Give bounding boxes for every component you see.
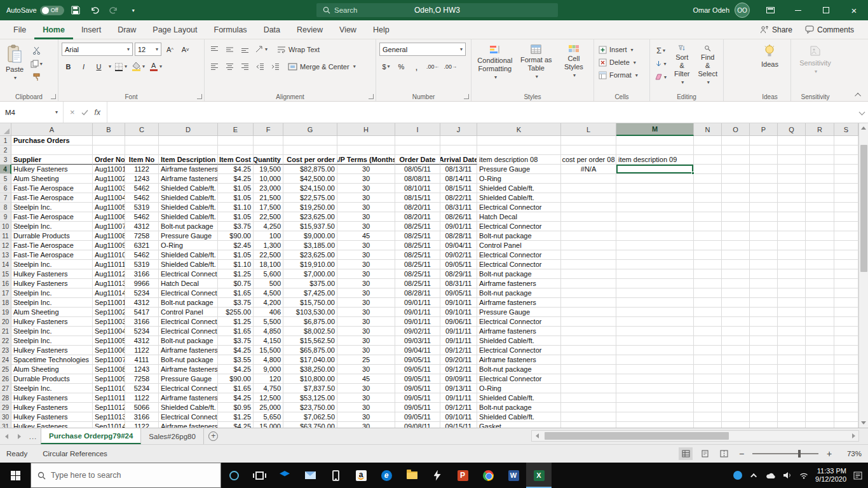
cancel-icon[interactable]: × [70,107,75,117]
cell-D1[interactable] [159,136,218,146]
cell-C6[interactable]: 5462 [125,184,159,193]
cell-C5[interactable]: 1243 [125,174,159,184]
row-header-24[interactable]: 24 [0,355,11,365]
cell-K27[interactable]: O-Ring [477,384,561,393]
cell-A9[interactable]: Fast-Tie Aerospace [11,212,93,222]
speaker-icon[interactable] [782,471,792,479]
cell-E3[interactable]: Item Cost [218,155,254,165]
cell-S20[interactable] [834,317,858,327]
column-header-L[interactable]: L [561,123,616,136]
cell-L15[interactable] [561,269,616,279]
cell-A24[interactable]: Spacetime Technologies [11,355,93,365]
onedrive-icon[interactable] [766,472,776,479]
cell-I28[interactable]: 09/05/11 [395,393,440,403]
cell-H19[interactable]: 30 [337,308,395,317]
cell-I5[interactable]: 08/08/11 [395,174,440,184]
row-header-16[interactable]: 16 [0,279,11,288]
cell-M18[interactable] [616,298,694,308]
row-header-4[interactable]: 4 [0,165,11,174]
cell-C19[interactable]: 5417 [125,308,159,317]
column-header-E[interactable]: E [218,123,254,136]
cell-P17[interactable] [750,288,778,298]
cell-H3[interactable]: A/P Terms (Months) [337,155,395,165]
cell-J31[interactable]: 09/15/11 [440,422,477,428]
row-header-6[interactable]: 6 [0,184,11,193]
amazon-icon[interactable]: a [348,463,374,488]
cell-Q11[interactable] [778,231,806,241]
row-header-5[interactable]: 5 [0,174,11,184]
cell-K28[interactable]: Shielded Cable/ft. [477,393,561,403]
find-select-button[interactable]: Find & Select▾ [695,43,720,88]
cell-A11[interactable]: Durrable Products [11,231,93,241]
cell-G11[interactable]: $9,000.00 [283,231,337,241]
cell-L12[interactable] [561,241,616,250]
cell-K26[interactable]: Electrical Connector [477,374,561,384]
cell-K21[interactable]: Airframe fasteners [477,327,561,336]
cell-E28[interactable]: $4.25 [218,393,254,403]
zoom-level[interactable]: 73% [840,450,862,458]
zoom-out-button[interactable]: − [736,448,747,459]
cell-K23[interactable]: Electrical Connector [477,346,561,355]
cell-Q2[interactable] [778,146,806,155]
cell-M3[interactable]: item description 09 [616,155,694,165]
cell-D11[interactable]: Pressure Gauge [159,231,218,241]
cell-I6[interactable]: 08/10/11 [395,184,440,193]
cell-P21[interactable] [750,327,778,336]
cell-F26[interactable]: 120 [254,374,283,384]
formula-input[interactable] [107,102,855,123]
cell-F19[interactable]: 406 [254,308,283,317]
merge-center-button[interactable]: Merge & Center▾ [287,61,357,72]
cell-I8[interactable]: 08/20/11 [395,203,440,212]
cell-D16[interactable]: Hatch Decal [159,279,218,288]
cell-G6[interactable]: $24,150.00 [283,184,337,193]
cell-D10[interactable]: Bolt-nut package [159,222,218,231]
row-header-10[interactable]: 10 [0,222,11,231]
cell-L29[interactable] [561,403,616,412]
cell-F10[interactable]: 4,250 [254,222,283,231]
cell-M5[interactable] [616,174,694,184]
cell-J21[interactable]: 09/11/11 [440,327,477,336]
cell-M26[interactable] [616,374,694,384]
cell-C20[interactable]: 3166 [125,317,159,327]
column-header-F[interactable]: F [254,123,283,136]
cell-M27[interactable] [616,384,694,393]
cell-O2[interactable] [722,146,750,155]
cell-H6[interactable]: 30 [337,184,395,193]
cell-R24[interactable] [806,355,834,365]
cell-O27[interactable] [722,384,750,393]
cell-B30[interactable]: Sep11013 [93,412,125,422]
page-break-preview-button[interactable] [717,447,731,460]
cell-I29[interactable]: 09/05/11 [395,403,440,412]
column-header-P[interactable]: P [750,123,778,136]
cell-K29[interactable]: Bolt-nut package [477,403,561,412]
cell-A25[interactable]: Alum Sheeting [11,365,93,374]
cell-K10[interactable]: Electrical Connector [477,222,561,231]
cell-G14[interactable]: $19,910.00 [283,260,337,269]
cell-C4[interactable]: 1122 [125,165,159,174]
cell-N25[interactable] [694,365,722,374]
cell-H21[interactable]: 30 [337,327,395,336]
cell-L19[interactable] [561,308,616,317]
sort-filter-button[interactable]: Sort & Filter▾ [671,43,693,88]
ribbon-tab-help[interactable]: Help [365,20,398,39]
cell-S22[interactable] [834,336,858,346]
percent-style-button[interactable]: % [395,60,408,73]
column-header-C[interactable]: C [125,123,159,136]
cell-C1[interactable] [125,136,159,146]
cell-K4[interactable]: Pressure Gauge [477,165,561,174]
cell-F6[interactable]: 23,000 [254,184,283,193]
cell-S24[interactable] [834,355,858,365]
cell-A16[interactable]: Hulkey Fasteners [11,279,93,288]
cell-C12[interactable]: 6321 [125,241,159,250]
cell-D26[interactable]: Pressure Gauge [159,374,218,384]
cell-K12[interactable]: Control Panel [477,241,561,250]
cell-N15[interactable] [694,269,722,279]
cell-M21[interactable] [616,327,694,336]
cell-H29[interactable]: 30 [337,403,395,412]
scroll-up-arrow[interactable] [861,123,866,133]
cell-B2[interactable] [93,146,125,155]
cell-E14[interactable]: $1.10 [218,260,254,269]
cell-O19[interactable] [722,308,750,317]
cell-C31[interactable]: 1122 [125,422,159,428]
save-button[interactable] [68,3,83,18]
